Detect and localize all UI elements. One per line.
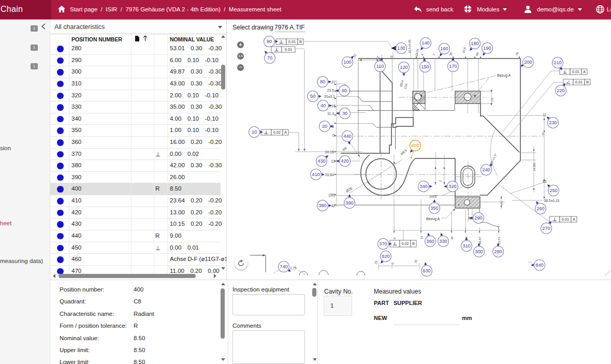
svg-text:38,5±0,15: 38,5±0,15 bbox=[544, 199, 559, 202]
svg-text:Ø3,4: Ø3,4 bbox=[399, 80, 404, 88]
svg-text:4: 4 bbox=[420, 53, 424, 56]
svg-text:(4,38): (4,38) bbox=[533, 163, 536, 171]
svg-text:(35): (35) bbox=[329, 193, 335, 197]
svg-text:35: 35 bbox=[450, 236, 454, 240]
svg-text:0.02: 0.02 bbox=[401, 241, 409, 246]
svg-text:0.01: 0.01 bbox=[572, 69, 580, 74]
svg-text:200: 200 bbox=[524, 60, 532, 65]
svg-text:23,64: 23,64 bbox=[325, 173, 334, 177]
svg-text:440: 440 bbox=[343, 134, 351, 139]
svg-text:840: 840 bbox=[535, 263, 543, 268]
svg-text:(7): (7) bbox=[500, 201, 503, 205]
svg-text:0: 0 bbox=[391, 262, 395, 265]
svg-text:35: 35 bbox=[449, 52, 453, 56]
svg-text:B: B bbox=[299, 39, 302, 44]
svg-text:340: 340 bbox=[419, 184, 427, 189]
svg-text:70: 70 bbox=[267, 55, 272, 61]
svg-text:0.01: 0.01 bbox=[288, 39, 296, 44]
svg-text:320: 320 bbox=[448, 184, 456, 189]
svg-text:B: B bbox=[412, 241, 415, 246]
svg-text:190: 190 bbox=[483, 46, 491, 51]
svg-text:150: 150 bbox=[421, 64, 429, 69]
svg-text:10: 10 bbox=[374, 260, 378, 265]
svg-text:160: 160 bbox=[440, 46, 448, 51]
svg-text:23.5: 23.5 bbox=[327, 89, 334, 92]
svg-text:210: 210 bbox=[554, 60, 561, 65]
svg-text:240: 240 bbox=[482, 167, 490, 172]
svg-text:1x45°: 1x45° bbox=[429, 195, 438, 198]
svg-text:820: 820 bbox=[382, 254, 389, 259]
svg-text:B: B bbox=[586, 80, 589, 84]
svg-text:Bezug A: Bezug A bbox=[426, 217, 440, 221]
svg-text:180: 180 bbox=[471, 41, 478, 46]
svg-text:76: 76 bbox=[515, 52, 519, 56]
svg-text:270: 270 bbox=[542, 226, 550, 231]
svg-text:290: 290 bbox=[474, 215, 482, 221]
svg-text:170: 170 bbox=[449, 64, 457, 69]
svg-text:42: 42 bbox=[331, 204, 335, 208]
svg-text:27: 27 bbox=[331, 80, 336, 84]
svg-text:390: 390 bbox=[345, 200, 353, 206]
svg-text:16: 16 bbox=[420, 236, 423, 239]
svg-text:90: 90 bbox=[267, 39, 272, 44]
svg-text:350: 350 bbox=[430, 206, 438, 211]
svg-text:R9: R9 bbox=[342, 146, 347, 152]
svg-text:10,15: 10,15 bbox=[325, 150, 334, 154]
svg-text:60: 60 bbox=[475, 52, 479, 56]
svg-text:330: 330 bbox=[439, 239, 447, 244]
svg-text:Bezug A: Bezug A bbox=[497, 74, 511, 78]
svg-text:42,5: 42,5 bbox=[462, 47, 467, 53]
svg-text:0: 0 bbox=[332, 134, 334, 137]
svg-text:260: 260 bbox=[536, 206, 544, 211]
svg-text:60: 60 bbox=[342, 88, 347, 93]
svg-text:120: 120 bbox=[400, 65, 408, 70]
svg-text:380: 380 bbox=[318, 203, 326, 208]
svg-text:280: 280 bbox=[494, 249, 502, 254]
svg-text:40: 40 bbox=[321, 103, 326, 108]
svg-text:30: 30 bbox=[342, 111, 347, 116]
svg-text:220: 220 bbox=[557, 88, 564, 93]
svg-text:(1x): (1x) bbox=[403, 83, 408, 90]
svg-text:0.02: 0.02 bbox=[273, 130, 281, 135]
svg-text:0: 0 bbox=[542, 132, 544, 136]
svg-text:20: 20 bbox=[322, 124, 327, 129]
svg-text:50: 50 bbox=[310, 94, 315, 99]
svg-text:15: 15 bbox=[331, 104, 336, 108]
svg-text:90°±1,5°: 90°±1,5° bbox=[489, 152, 497, 165]
svg-text:0.01: 0.01 bbox=[562, 217, 570, 222]
svg-text:A: A bbox=[573, 217, 575, 222]
svg-text:110: 110 bbox=[376, 64, 384, 69]
svg-text:100: 100 bbox=[343, 60, 351, 65]
svg-text:140: 140 bbox=[421, 40, 429, 46]
svg-text:0.01: 0.01 bbox=[285, 47, 293, 52]
svg-text:130: 130 bbox=[397, 46, 405, 51]
svg-text:Ø26: Ø26 bbox=[345, 186, 353, 193]
svg-text:11.3: 11.3 bbox=[327, 112, 334, 115]
svg-text:300: 300 bbox=[475, 249, 483, 254]
svg-text:360: 360 bbox=[426, 239, 434, 244]
svg-text:1,75: 1,75 bbox=[290, 266, 297, 270]
svg-text:7: 7 bbox=[432, 53, 436, 56]
svg-text:310: 310 bbox=[462, 243, 470, 249]
svg-text:410: 410 bbox=[312, 172, 319, 177]
svg-text:420: 420 bbox=[341, 158, 348, 164]
svg-text:250: 250 bbox=[549, 188, 557, 193]
svg-text:A: A bbox=[583, 69, 586, 74]
svg-text:(7): (7) bbox=[491, 98, 494, 101]
svg-text:R8,5: R8,5 bbox=[400, 148, 408, 155]
svg-text:0.01: 0.01 bbox=[575, 80, 583, 84]
svg-text:400: 400 bbox=[411, 143, 419, 148]
svg-text:80: 80 bbox=[320, 79, 325, 84]
svg-text:740: 740 bbox=[280, 264, 287, 269]
svg-text:2: 2 bbox=[439, 180, 442, 182]
svg-text:12: 12 bbox=[543, 113, 547, 117]
svg-text:830: 830 bbox=[423, 268, 430, 273]
svg-text:A: A bbox=[284, 130, 287, 135]
svg-text:0: 0 bbox=[393, 237, 396, 239]
svg-text:230: 230 bbox=[549, 120, 557, 125]
svg-text:10: 10 bbox=[252, 129, 257, 135]
svg-text:13: 13 bbox=[331, 159, 335, 163]
svg-text:20±0.1: 20±0.1 bbox=[324, 95, 335, 98]
svg-text:16: 16 bbox=[414, 259, 418, 264]
svg-text:370: 370 bbox=[379, 241, 387, 246]
